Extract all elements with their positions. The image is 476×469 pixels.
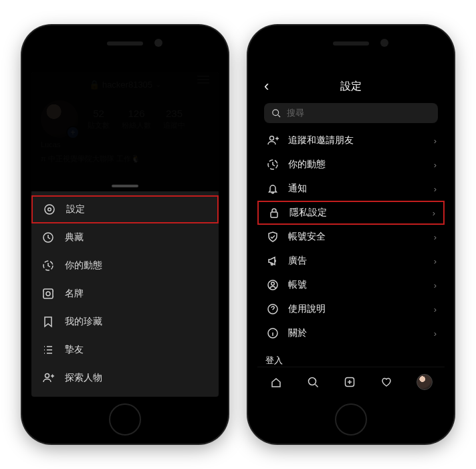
bell-icon bbox=[265, 182, 280, 195]
settings-item-activity[interactable]: 你的動態› bbox=[257, 153, 445, 177]
private-icon: 🔒 bbox=[89, 80, 100, 90]
chevron-right-icon: › bbox=[434, 136, 437, 146]
help-icon bbox=[265, 302, 280, 316]
menu-item-label: 探索人物 bbox=[65, 372, 102, 384]
menu-item-label: 摯友 bbox=[65, 344, 84, 356]
nav-home[interactable] bbox=[269, 375, 283, 389]
home-button[interactable] bbox=[335, 403, 367, 436]
profile-header: 🔒 hacker81305 ⌄ bbox=[31, 72, 219, 96]
profile-username: hacker81305 bbox=[102, 80, 152, 90]
settings-item-shield[interactable]: 帳號安全› bbox=[257, 225, 445, 249]
settings-item-info[interactable]: 關於› bbox=[257, 321, 445, 345]
search-placeholder: 搜尋 bbox=[287, 107, 304, 119]
settings-item-bell[interactable]: 通知› bbox=[257, 177, 445, 201]
menu-item-label: 我的珍藏 bbox=[65, 316, 102, 328]
bookmark-icon bbox=[41, 315, 55, 329]
settings-item-lock[interactable]: 隱私設定› bbox=[257, 201, 445, 225]
stat-following[interactable]: 235追蹤中 bbox=[163, 108, 185, 130]
menu-icon[interactable] bbox=[197, 79, 209, 80]
menu-item-list[interactable]: 摯友 bbox=[31, 336, 219, 364]
speaker-slot bbox=[107, 41, 143, 45]
settings-header: ‹ 設定 bbox=[257, 72, 445, 100]
settings-item-label: 追蹤和邀請朋友 bbox=[288, 134, 354, 147]
settings-item-label: 你的動態 bbox=[288, 159, 326, 171]
discover-icon bbox=[265, 134, 280, 147]
chevron-right-icon: › bbox=[434, 304, 437, 314]
settings-item-label: 關於 bbox=[288, 327, 307, 339]
menu-item-label: 你的動態 bbox=[65, 260, 102, 272]
chevron-right-icon: › bbox=[434, 232, 437, 242]
nav-new-post[interactable] bbox=[343, 375, 356, 389]
menu-item-activity[interactable]: 你的動態 bbox=[31, 252, 219, 280]
settings-list: 追蹤和邀請朋友›你的動態›通知›隱私設定›帳號安全›廣告›帳號›使用說明›關於› bbox=[257, 128, 445, 345]
menu-item-nametag[interactable]: 名牌 bbox=[31, 280, 219, 308]
info-icon bbox=[265, 326, 280, 340]
shield-icon bbox=[265, 230, 280, 244]
search-input[interactable]: 搜尋 bbox=[264, 103, 438, 123]
bio-line: π 中正視覺學院大聯隊 工作🐧 bbox=[31, 151, 219, 167]
home-button[interactable] bbox=[109, 403, 141, 436]
bottom-sheet-menu: 設定典藏你的動態名牌我的珍藏摯友探索人物 bbox=[31, 191, 219, 397]
nav-profile[interactable] bbox=[416, 374, 433, 390]
settings-item-help[interactable]: 使用說明› bbox=[257, 297, 445, 321]
settings-item-label: 使用說明 bbox=[288, 303, 326, 315]
menu-item-label: 典藏 bbox=[65, 231, 84, 244]
settings-item-account[interactable]: 帳號› bbox=[257, 273, 445, 297]
menu-item-discover[interactable]: 探索人物 bbox=[31, 364, 219, 392]
megaphone-icon bbox=[265, 254, 280, 268]
nav-search[interactable] bbox=[306, 375, 320, 389]
chevron-right-icon: › bbox=[433, 208, 435, 218]
phone-right: ‹ 設定 搜尋 追蹤和邀請朋友›你的動態›通知›隱私設定›帳號安全›廣告›帳號›… bbox=[248, 25, 454, 444]
gear-icon bbox=[42, 203, 57, 216]
settings-item-label: 帳號 bbox=[288, 279, 307, 291]
chevron-right-icon: › bbox=[434, 184, 437, 194]
sheet-grip[interactable] bbox=[112, 185, 138, 187]
back-button[interactable]: ‹ bbox=[264, 80, 269, 92]
settings-item-discover[interactable]: 追蹤和邀請朋友› bbox=[257, 128, 445, 153]
activity-icon bbox=[41, 259, 55, 272]
account-icon bbox=[265, 278, 280, 292]
menu-item-bookmark[interactable]: 我的珍藏 bbox=[31, 308, 219, 336]
settings-item-label: 廣告 bbox=[288, 255, 307, 267]
screen-right: ‹ 設定 搜尋 追蹤和邀請朋友›你的動態›通知›隱私設定›帳號安全›廣告›帳號›… bbox=[257, 72, 445, 397]
profile-stats-row: + 52貼文數 126粉絲人數 235追蹤中 bbox=[31, 100, 219, 138]
camera-dot bbox=[154, 39, 162, 47]
discover-icon bbox=[41, 371, 55, 385]
display-name: Lucas bbox=[31, 138, 219, 151]
menu-item-label: 設定 bbox=[66, 203, 85, 215]
nav-activity[interactable] bbox=[380, 375, 393, 389]
speaker-slot bbox=[333, 41, 369, 45]
stat-followers[interactable]: 126粉絲人數 bbox=[122, 108, 151, 130]
chevron-down-icon: ⌄ bbox=[155, 80, 161, 89]
search-icon bbox=[271, 108, 281, 118]
settings-item-label: 通知 bbox=[288, 183, 307, 195]
menu-item-gear[interactable]: 設定 bbox=[31, 195, 219, 223]
chevron-right-icon: › bbox=[434, 280, 437, 290]
stat-posts[interactable]: 52貼文數 bbox=[88, 108, 110, 130]
avatar[interactable]: + bbox=[41, 100, 78, 138]
chevron-right-icon: › bbox=[434, 256, 437, 266]
camera-dot bbox=[380, 39, 388, 47]
add-story-icon[interactable]: + bbox=[66, 126, 80, 139]
nametag-icon bbox=[41, 287, 55, 300]
phone-left: 🔒 hacker81305 ⌄ + 52貼文數 126粉絲人數 235追蹤中 L… bbox=[22, 25, 228, 444]
menu-item-label: 名牌 bbox=[65, 288, 84, 300]
settings-item-megaphone[interactable]: 廣告› bbox=[257, 249, 445, 273]
chevron-right-icon: › bbox=[434, 329, 437, 339]
stats: 52貼文數 126粉絲人數 235追蹤中 bbox=[88, 108, 185, 130]
screen-left: 🔒 hacker81305 ⌄ + 52貼文數 126粉絲人數 235追蹤中 L… bbox=[31, 72, 219, 397]
bottom-nav bbox=[257, 367, 445, 397]
chevron-right-icon: › bbox=[434, 160, 437, 170]
activity-icon bbox=[265, 158, 280, 171]
avatar-icon bbox=[416, 374, 433, 390]
history-icon bbox=[41, 231, 55, 244]
list-icon bbox=[41, 343, 55, 357]
settings-title: 設定 bbox=[340, 80, 362, 94]
settings-item-label: 帳號安全 bbox=[288, 231, 326, 243]
menu-item-history[interactable]: 典藏 bbox=[31, 223, 219, 252]
lock-icon bbox=[267, 206, 281, 219]
settings-item-label: 隱私設定 bbox=[289, 207, 327, 219]
